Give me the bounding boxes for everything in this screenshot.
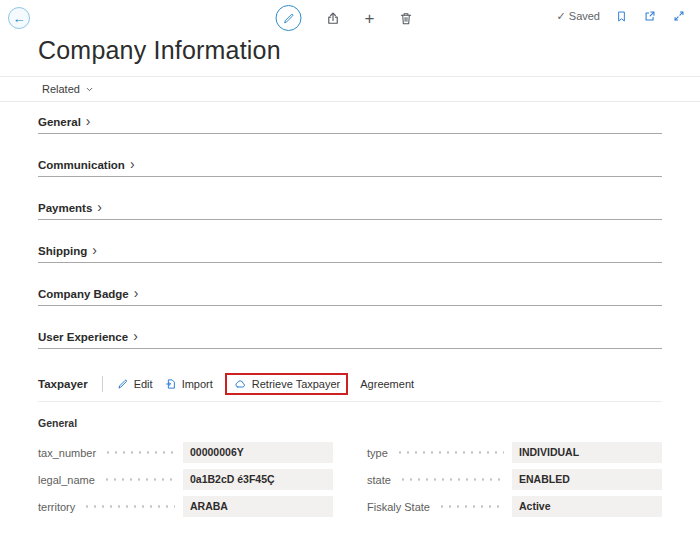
section-communication[interactable]: Communication › — [38, 159, 662, 177]
dotted-leader — [438, 505, 504, 508]
page-title: Company Information — [38, 36, 700, 65]
menu-bar: Related — [0, 76, 700, 102]
fiskaly-state-field[interactable]: Active — [512, 496, 662, 517]
related-menu[interactable]: Related — [42, 83, 94, 95]
section-payments[interactable]: Payments › — [38, 202, 662, 220]
section-shipping[interactable]: Shipping › — [38, 245, 662, 263]
section-company-badge[interactable]: Company Badge › — [38, 288, 662, 306]
edit-action-label: Edit — [134, 378, 153, 390]
field-tax-number: tax_number 00000006Y — [38, 442, 333, 463]
pencil-icon — [282, 12, 295, 25]
cloud-icon — [233, 378, 247, 390]
bookmark-icon — [615, 10, 628, 23]
chevron-right-icon: › — [133, 331, 138, 342]
chevron-down-icon — [85, 85, 94, 94]
check-icon: ✓ — [557, 10, 566, 23]
record-actions: + — [276, 5, 414, 31]
section-label: General — [38, 116, 81, 128]
legal-name-field[interactable]: 0a1B2cD é3F45Ç — [183, 469, 333, 490]
field-territory: territory ARABA — [38, 496, 333, 517]
chevron-right-icon: › — [130, 159, 135, 170]
document-import-icon — [165, 378, 177, 390]
field-label: state — [367, 474, 391, 486]
edit-button[interactable] — [276, 5, 302, 31]
taxpayer-import-button[interactable]: Import — [165, 378, 213, 390]
page-content: General › Communication › Payments › Shi… — [0, 116, 700, 517]
field-label: territory — [38, 501, 75, 513]
save-status: ✓ Saved — [557, 10, 600, 23]
field-label: legal_name — [38, 474, 95, 486]
new-record-button[interactable]: + — [365, 10, 375, 27]
field-fiskaly-state: Fiskaly State Active — [367, 496, 662, 517]
dotted-leader — [83, 505, 175, 508]
open-in-window-button[interactable] — [643, 9, 657, 23]
chevron-right-icon: › — [134, 288, 139, 299]
taxpayer-part-title: Taxpayer — [38, 378, 88, 390]
pencil-icon — [117, 378, 129, 390]
share-icon — [326, 11, 341, 26]
field-label: tax_number — [38, 447, 96, 459]
chevron-right-icon: › — [97, 202, 102, 213]
section-label: Shipping — [38, 245, 87, 257]
dotted-leader — [396, 451, 504, 454]
bookmark-button[interactable] — [615, 10, 628, 23]
top-action-bar: ← + ✓ Sav — [0, 0, 700, 36]
expand-button[interactable] — [672, 9, 686, 23]
chevron-right-icon: › — [86, 116, 91, 127]
field-label: type — [367, 447, 388, 459]
share-button[interactable] — [326, 11, 341, 26]
taxpayer-fields: tax_number 00000006Y type INDIVIDUAL leg… — [38, 442, 662, 517]
section-label: Payments — [38, 202, 92, 214]
tax-number-field[interactable]: 00000006Y — [183, 442, 333, 463]
state-field[interactable]: ENABLED — [512, 469, 662, 490]
type-field[interactable]: INDIVIDUAL — [512, 442, 662, 463]
field-type: type INDIVIDUAL — [367, 442, 662, 463]
plus-icon: + — [365, 10, 375, 27]
chevron-right-icon: › — [92, 245, 97, 256]
open-in-window-icon — [643, 9, 657, 23]
field-state: state ENABLED — [367, 469, 662, 490]
page-controls: ✓ Saved — [557, 9, 686, 23]
dotted-leader — [104, 451, 175, 454]
delete-button[interactable] — [398, 11, 413, 26]
agreement-button[interactable]: Agreement — [360, 378, 414, 390]
taxpayer-subheader: General — [38, 417, 662, 429]
section-user-experience[interactable]: User Experience › — [38, 331, 662, 349]
taxpayer-toolbar: Taxpayer Edit Import — [38, 376, 662, 402]
territory-field[interactable]: ARABA — [183, 496, 333, 517]
dotted-leader — [399, 478, 504, 481]
trash-icon — [398, 11, 413, 26]
import-action-label: Import — [182, 378, 213, 390]
field-label: Fiskaly State — [367, 501, 430, 513]
dotted-leader — [103, 478, 175, 481]
back-button[interactable]: ← — [8, 7, 30, 29]
related-menu-label: Related — [42, 83, 80, 95]
section-label: User Experience — [38, 331, 128, 343]
toolbar-divider — [102, 376, 103, 392]
agreement-action-label: Agreement — [360, 378, 414, 390]
expand-icon — [672, 9, 686, 23]
retrieve-taxpayer-button[interactable]: Retrieve Taxpayer — [233, 378, 340, 390]
retrieve-action-label: Retrieve Taxpayer — [252, 378, 340, 390]
field-legal-name: legal_name 0a1B2cD é3F45Ç — [38, 469, 333, 490]
save-status-label: Saved — [569, 10, 600, 22]
section-general[interactable]: General › — [38, 116, 662, 134]
section-label: Communication — [38, 159, 125, 171]
section-label: Company Badge — [38, 288, 129, 300]
taxpayer-edit-button[interactable]: Edit — [117, 378, 153, 390]
back-icon: ← — [13, 11, 26, 26]
highlight-box: Retrieve Taxpayer — [225, 373, 348, 395]
